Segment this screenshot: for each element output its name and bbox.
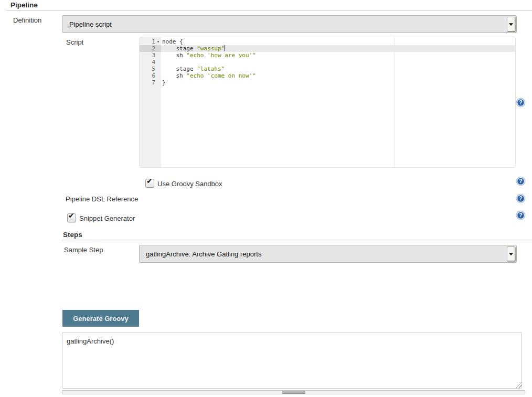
checkmark-icon: ✔ [146, 177, 153, 185]
checkmark-icon: ✔ [68, 211, 75, 220]
sample-step-selected-value: gatlingArchive: Archive Gatling reports [146, 250, 261, 258]
line-number: 2 [140, 45, 161, 52]
pipeline-dsl-reference-label: Pipeline DSL Reference [66, 195, 138, 203]
sample-step-label: Sample Step [64, 246, 103, 254]
help-icon[interactable]: ? [517, 195, 525, 202]
code-line[interactable]: sh "echo 'come on now'" [161, 72, 515, 79]
text-cursor [225, 45, 225, 51]
editor-code-area[interactable]: node { stage "wassup" sh "echo 'how are … [161, 37, 515, 167]
line-number: 4 [140, 59, 161, 66]
chevron-down-icon [509, 253, 513, 255]
use-groovy-sandbox-checkbox[interactable]: ✔ [145, 179, 154, 188]
definition-label: Definition [13, 16, 41, 24]
script-editor[interactable]: 1▾234567 node { stage "wassup" sh "echo … [139, 37, 516, 168]
editor-gutter[interactable]: 1▾234567 [140, 37, 161, 167]
fold-arrow-icon[interactable]: ▾ [155, 38, 161, 45]
definition-selected-value: Pipeline script [69, 20, 112, 28]
sample-step-select[interactable]: gatlingArchive: Archive Gatling reports [139, 245, 517, 263]
help-icon[interactable]: ? [517, 177, 525, 185]
chevron-down-icon [509, 23, 513, 26]
code-line[interactable]: sh "echo 'how are you'" [161, 52, 515, 59]
pipeline-section-divider [6, 10, 532, 11]
line-number: 3 [140, 52, 161, 59]
code-line[interactable]: stage "wassup" [161, 45, 515, 52]
help-icon[interactable]: ? [517, 211, 525, 219]
code-line[interactable] [161, 59, 515, 66]
definition-select[interactable]: Pipeline script [62, 15, 517, 33]
generate-groovy-button[interactable]: Generate Groovy [62, 310, 139, 327]
line-number: 5 [140, 66, 161, 72]
sample-step-select-arrow-button[interactable] [507, 246, 515, 261]
textarea-resize-bar[interactable] [62, 390, 525, 394]
groovy-output-textarea[interactable]: gatlingArchive() [62, 332, 522, 389]
steps-section-title: Steps [63, 231, 82, 239]
snippet-generator-checkbox[interactable]: ✔ [67, 213, 76, 222]
code-line[interactable]: node { [161, 38, 515, 45]
steps-section-divider [62, 240, 532, 240]
drag-handle-icon [282, 391, 305, 394]
code-line[interactable]: stage "latahs" [161, 66, 515, 72]
snippet-generator-label: Snippet Generator [79, 214, 135, 222]
pipeline-section-title: Pipeline [10, 1, 38, 9]
use-groovy-sandbox-label: Use Groovy Sandbox [157, 180, 222, 188]
script-label: Script [66, 38, 83, 46]
line-number: 1▾ [140, 38, 161, 45]
line-number: 7 [140, 79, 161, 86]
pipeline-config-page: Pipeline Definition Pipeline script Scri… [0, 0, 532, 397]
code-line[interactable]: } [161, 79, 515, 86]
definition-select-arrow-button[interactable] [507, 17, 515, 31]
line-number: 6 [140, 72, 161, 79]
help-icon[interactable]: ? [517, 99, 525, 106]
